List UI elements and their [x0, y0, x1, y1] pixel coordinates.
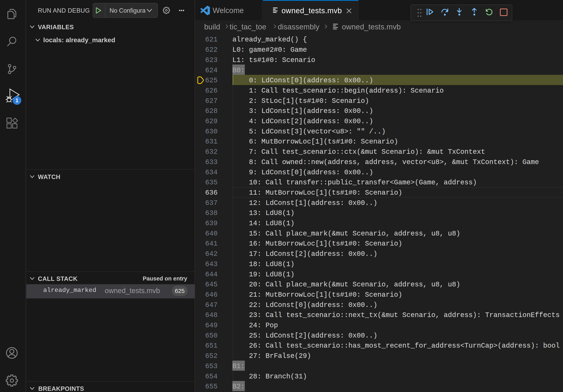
svg-text:1: 1 [15, 97, 18, 104]
